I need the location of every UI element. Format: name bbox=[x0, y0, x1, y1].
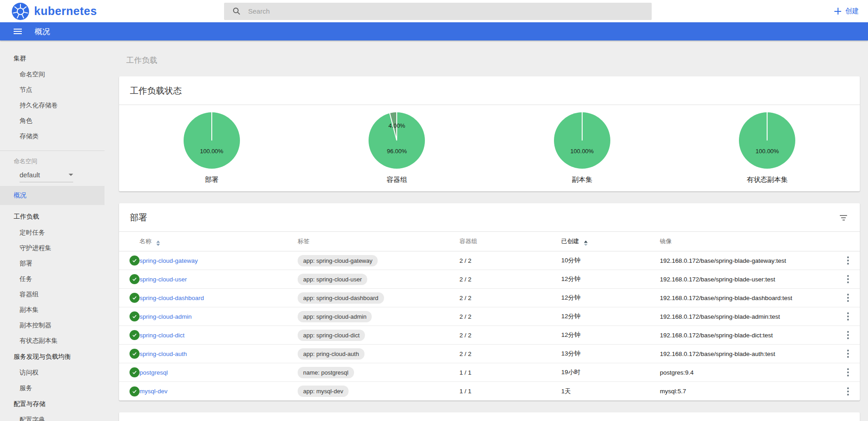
pie-chart-pods: 4.00% 96.00% 容器组 bbox=[304, 112, 490, 184]
deployment-link[interactable]: mysql-dev bbox=[140, 388, 168, 395]
image-name: 192.168.0.172/base/spring-blade-gateway:… bbox=[660, 257, 836, 264]
deployment-link[interactable]: spring-cloud-gateway bbox=[140, 257, 198, 264]
search-icon bbox=[232, 7, 241, 15]
brand-name: kubernetes bbox=[34, 5, 97, 18]
label-chip: app: mysql-dev bbox=[298, 386, 349, 397]
created-age: 1天 bbox=[561, 387, 660, 396]
workload-status-charts: 100.00% 部署 4.00% 96.00% 容器组 100.00% bbox=[119, 105, 860, 191]
label-chip: app: spring-cloud-gateway bbox=[298, 255, 378, 266]
pie-chart-label: 有状态副本集 bbox=[747, 175, 788, 184]
sidebar-item-deployments[interactable]: 部署 bbox=[0, 256, 105, 271]
row-menu-icon[interactable] bbox=[844, 366, 852, 378]
pie-main-percent: 100.00% bbox=[554, 148, 610, 155]
namespace-select[interactable]: default bbox=[20, 171, 73, 182]
deployment-link[interactable]: spring-cloud-dashboard bbox=[140, 295, 204, 301]
pie-main-percent: 96.00% bbox=[369, 148, 425, 155]
pie-chart-replica-sets: 100.00% 副本集 bbox=[489, 112, 675, 184]
pods-count: 2 / 2 bbox=[459, 295, 561, 301]
row-menu-icon[interactable] bbox=[844, 348, 852, 360]
deployment-link[interactable]: postgresql bbox=[140, 369, 168, 376]
label-chip: app: spring-cloud-user bbox=[298, 274, 367, 285]
sidebar-item-persistent-volumes[interactable]: 持久化存储卷 bbox=[0, 98, 105, 113]
sidebar-header-workloads: 工作负载 bbox=[0, 209, 105, 225]
deployment-link[interactable]: spring-cloud-user bbox=[140, 276, 187, 283]
sidebar-header-cluster: 集群 bbox=[0, 50, 105, 67]
status-ok-icon bbox=[130, 274, 140, 284]
label-chip: name: postgresql bbox=[298, 367, 354, 378]
sidebar-item-overview[interactable]: 概况 bbox=[0, 186, 105, 205]
image-name: 192.168.0.172/base/spring-blade-dict:tes… bbox=[660, 332, 836, 339]
pods-count: 1 / 1 bbox=[459, 369, 561, 376]
search-bar[interactable] bbox=[224, 3, 652, 20]
image-name: 192.168.0.172/base/spring-blade-auth:tes… bbox=[660, 351, 836, 357]
sidebar-item-ingresses[interactable]: 访问权 bbox=[0, 365, 105, 381]
row-menu-icon[interactable] bbox=[844, 273, 852, 285]
deployment-link[interactable]: spring-cloud-admin bbox=[140, 313, 192, 320]
deployment-link[interactable]: spring-cloud-dict bbox=[140, 332, 185, 339]
column-header-name[interactable]: 名称 bbox=[140, 237, 298, 246]
toolbar-title: 概况 bbox=[35, 26, 50, 37]
sidebar-item-daemon-sets[interactable]: 守护进程集 bbox=[0, 241, 105, 256]
pods-count: 2 / 2 bbox=[459, 257, 561, 264]
table-row: mysql-dev app: mysql-dev 1 / 1 1天 mysql:… bbox=[119, 382, 860, 401]
column-header-created[interactable]: 已创建 bbox=[561, 237, 660, 246]
brand: kubernetes bbox=[0, 3, 224, 20]
create-button-label: 创建 bbox=[845, 7, 859, 15]
search-input[interactable] bbox=[248, 7, 644, 15]
status-ok-icon bbox=[130, 311, 140, 321]
sidebar-item-storage-classes[interactable]: 存储类 bbox=[0, 129, 105, 144]
pods-count: 2 / 2 bbox=[459, 351, 561, 357]
row-menu-icon[interactable] bbox=[844, 386, 852, 397]
pie-chart-stateful-sets: 100.00% 有状态副本集 bbox=[675, 112, 860, 184]
pie-main-percent: 100.00% bbox=[184, 148, 240, 155]
pods-count: 1 / 1 bbox=[459, 388, 561, 395]
deployment-link[interactable]: spring-cloud-auth bbox=[140, 351, 187, 357]
kubernetes-logo-icon bbox=[12, 3, 29, 20]
image-name: postgres:9.4 bbox=[660, 369, 836, 376]
deployments-card-title: 部署 bbox=[130, 212, 147, 224]
sidebar-item-replica-sets[interactable]: 副本集 bbox=[0, 302, 105, 318]
status-ok-icon bbox=[130, 367, 140, 377]
row-menu-icon[interactable] bbox=[844, 255, 852, 266]
status-ok-icon bbox=[130, 330, 140, 340]
image-name: mysql:5.7 bbox=[660, 388, 836, 395]
row-menu-icon[interactable] bbox=[844, 311, 852, 322]
sidebar-item-jobs[interactable]: 任务 bbox=[0, 271, 105, 287]
table-row: spring-cloud-dict app: spring-cloud-dict… bbox=[119, 326, 860, 345]
sidebar-item-cron-jobs[interactable]: 定时任务 bbox=[0, 225, 105, 241]
sidebar-item-config-maps[interactable]: 配置字典 bbox=[0, 412, 105, 421]
sidebar-item-roles[interactable]: 角色 bbox=[0, 113, 105, 129]
namespace-label: 命名空间 bbox=[0, 155, 105, 166]
filter-icon[interactable] bbox=[838, 213, 849, 222]
pods-count: 2 / 2 bbox=[459, 276, 561, 283]
pie-chart-label: 部署 bbox=[205, 175, 219, 184]
pie-main-percent: 100.00% bbox=[739, 148, 795, 155]
sidebar-item-nodes[interactable]: 节点 bbox=[0, 82, 105, 98]
status-ok-icon bbox=[130, 349, 140, 359]
pie-small-percent: 4.00% bbox=[369, 122, 425, 129]
workload-status-card-title: 工作负载状态 bbox=[130, 85, 182, 97]
status-ok-icon bbox=[130, 386, 140, 396]
sidebar-item-namespaces[interactable]: 命名空间 bbox=[0, 67, 105, 82]
workload-status-card: 工作负载状态 100.00% 部署 4.00% 96.00% 容器组 bbox=[119, 76, 860, 191]
row-menu-icon[interactable] bbox=[844, 329, 852, 341]
pie-chart-label: 容器组 bbox=[387, 175, 407, 184]
menu-icon[interactable] bbox=[13, 27, 23, 36]
row-menu-icon[interactable] bbox=[844, 292, 852, 304]
pie-chart-label: 副本集 bbox=[572, 175, 592, 184]
created-age: 12分钟 bbox=[561, 275, 660, 283]
create-button[interactable]: 创建 bbox=[834, 7, 859, 15]
sidebar-item-pods[interactable]: 容器组 bbox=[0, 287, 105, 302]
created-age: 12分钟 bbox=[561, 294, 660, 302]
pods-card: 容器组 bbox=[119, 412, 860, 421]
label-chip: app: spring-cloud-dict bbox=[298, 330, 365, 341]
sidebar: 集群 命名空间 节点 持久化存储卷 角色 存储类 命名空间 default 概况… bbox=[0, 40, 105, 421]
sidebar-item-stateful-sets[interactable]: 有状态副本集 bbox=[0, 333, 105, 349]
image-name: 192.168.0.172/base/spring-blade-admin:te… bbox=[660, 313, 836, 320]
plus-icon bbox=[834, 8, 841, 15]
namespace-selected-value: default bbox=[20, 171, 40, 179]
sidebar-divider bbox=[0, 150, 105, 151]
table-row: spring-cloud-auth app: pring-cloud-auth … bbox=[119, 345, 860, 363]
sidebar-item-services[interactable]: 服务 bbox=[0, 381, 105, 396]
sidebar-item-replication-controllers[interactable]: 副本控制器 bbox=[0, 318, 105, 333]
